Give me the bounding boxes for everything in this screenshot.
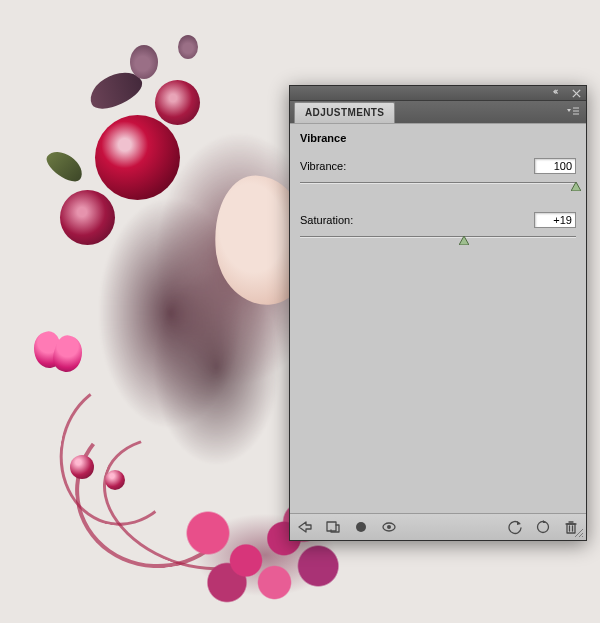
svg-marker-2 [567,109,571,112]
panel-topbar [290,86,586,101]
svg-marker-7 [459,236,469,245]
svg-point-12 [387,525,391,529]
document-canvas: ADJUSTMENTS Vibrance Vibrance: [0,0,600,623]
visibility-icon[interactable] [380,518,398,536]
vibrance-slider[interactable] [300,178,576,192]
saturation-value-input[interactable] [534,212,576,228]
previous-state-icon[interactable] [506,518,524,536]
panel-menu-icon[interactable] [564,104,582,120]
reset-icon[interactable] [534,518,552,536]
vibrance-row: Vibrance: [300,158,576,192]
svg-line-21 [575,529,583,537]
vibrance-label: Vibrance: [300,160,346,172]
panel-body: Vibrance Vibrance: Saturation: [290,123,586,513]
svg-line-23 [582,536,583,537]
clip-to-layer-icon[interactable] [352,518,370,536]
svg-point-14 [538,522,549,533]
svg-point-10 [356,522,366,532]
collapse-icon[interactable] [552,87,564,99]
close-icon[interactable] [570,87,582,99]
svg-marker-6 [571,182,581,191]
saturation-label: Saturation: [300,214,353,226]
saturation-slider-thumb[interactable] [459,235,469,244]
resize-grip-icon[interactable] [572,526,584,538]
svg-marker-13 [517,521,521,525]
saturation-slider[interactable] [300,232,576,246]
saturation-row: Saturation: [300,212,576,246]
panel-tab-strip: ADJUSTMENTS [290,101,586,123]
adjustments-panel: ADJUSTMENTS Vibrance Vibrance: [289,85,587,541]
svg-marker-8 [299,522,311,532]
adjustment-title: Vibrance [300,132,576,144]
artwork-preview [0,0,312,623]
vibrance-value-input[interactable] [534,158,576,174]
panel-footer [290,513,586,540]
back-arrow-icon[interactable] [296,518,314,536]
vibrance-slider-thumb[interactable] [571,181,581,190]
expand-view-icon[interactable] [324,518,342,536]
tab-adjustments[interactable]: ADJUSTMENTS [294,102,395,123]
